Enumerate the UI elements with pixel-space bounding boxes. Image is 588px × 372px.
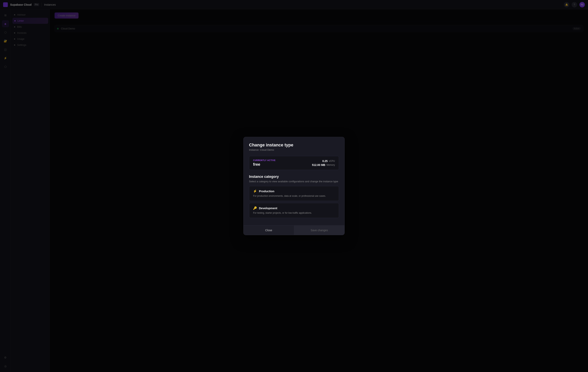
vcpu-unit: vCPU [329,160,335,162]
modal-body: Change instance type Instance: Cloud Dem… [243,137,345,225]
modal-footer: Close Save changes [243,225,345,235]
close-button[interactable]: Close [243,226,294,235]
development-icon: 🔑 [253,206,257,210]
vcpu-spec-row: 0.25 vCPU [312,160,335,163]
vcpu-value: 0.25 [322,160,327,163]
category-name: Development [259,207,277,210]
plan-info: CURRENTLY ACTIVE free [253,159,276,167]
current-plan-card: CURRENTLY ACTIVE free 0.25 vCPU 512.00 M… [249,156,339,170]
plan-name: free [253,162,276,167]
change-instance-type-modal: Change instance type Instance: Cloud Dem… [243,137,345,235]
section-title: Instance category [249,175,339,179]
memory-value: 512.00 MB [312,163,325,166]
plan-specs: 0.25 vCPU 512.00 MB Memory [312,160,335,166]
category-header: ⚡ Production [253,189,335,193]
plan-status-label: CURRENTLY ACTIVE [253,159,276,161]
category-card-production[interactable]: ⚡ Production For production environments… [249,186,339,201]
production-icon: ⚡ [253,189,257,193]
category-desc: For testing, starter projects, or for lo… [253,211,335,215]
category-header: 🔑 Development [253,206,335,210]
modal-title: Change instance type [249,142,339,148]
modal-subtitle: Instance: Cloud Demo [249,148,339,151]
modal-overlay[interactable]: Change instance type Instance: Cloud Dem… [0,0,588,372]
memory-unit: Memory [326,164,335,166]
category-desc: For production environments, data at sca… [253,194,335,198]
memory-spec-row: 512.00 MB Memory [312,163,335,166]
section-desc: Select a category to view available conf… [249,180,339,183]
category-name: Production [259,189,274,193]
category-card-development[interactable]: 🔑 Development For testing, starter proje… [249,203,339,218]
save-changes-button[interactable]: Save changes [294,226,345,235]
